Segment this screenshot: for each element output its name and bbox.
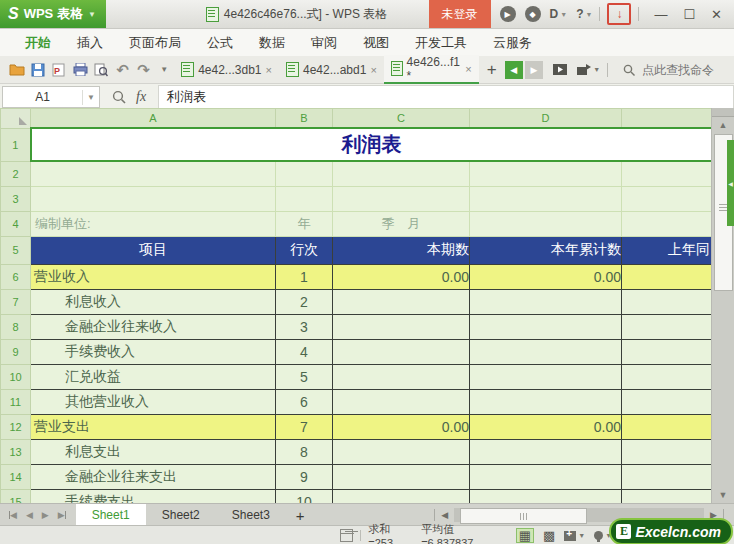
column-header-e[interactable] <box>622 109 713 129</box>
scroll-left-icon[interactable]: ◀ <box>441 510 448 520</box>
prev-tab-button[interactable]: ◀ <box>505 61 523 79</box>
menu-item-7[interactable]: 开发工具 <box>402 29 480 56</box>
cell-C5[interactable]: 本期数 <box>333 236 470 264</box>
row-header-14[interactable]: 14 <box>1 464 31 489</box>
cell-C3[interactable] <box>333 186 470 211</box>
cell-B2[interactable] <box>276 161 333 186</box>
cell-D12[interactable]: 0.00 <box>470 414 622 439</box>
cell-D13[interactable] <box>470 439 622 464</box>
cell-D15[interactable] <box>470 489 622 503</box>
cell-C9[interactable] <box>333 339 470 364</box>
page-break-view-button[interactable]: ▩ <box>543 529 555 542</box>
sheet-tab-sheet3[interactable]: Sheet3 <box>216 504 286 526</box>
scroll-down-icon[interactable]: ▼ <box>712 487 734 503</box>
download-icon[interactable]: ↓ <box>607 3 631 25</box>
row-header-5[interactable]: 5 <box>1 236 31 264</box>
maximize-button[interactable]: ☐ <box>683 7 695 22</box>
cell-A14[interactable]: 金融企业往来支出 <box>31 464 276 489</box>
scroll-up-icon[interactable]: ▲ <box>712 117 734 133</box>
column-header-A[interactable]: A <box>31 109 276 129</box>
selection-stats-icon[interactable] <box>340 529 353 542</box>
next-tab-button[interactable]: ▶ <box>525 61 543 79</box>
name-box[interactable]: A1 ▼ <box>2 86 100 108</box>
cell-C14[interactable] <box>333 464 470 489</box>
play-icon[interactable]: ▶ <box>500 6 516 22</box>
cell-D9[interactable] <box>470 339 622 364</box>
cell-C6[interactable]: 0.00 <box>333 264 470 289</box>
page-layout-button[interactable]: ▼ <box>564 531 585 541</box>
find-command-box[interactable] <box>623 62 734 78</box>
cell-A6[interactable]: 营业收入 <box>31 264 276 289</box>
last-sheet-button[interactable]: ▶ <box>58 510 66 520</box>
help-icon[interactable]: ?▼ <box>576 7 592 21</box>
cell-E8[interactable] <box>622 314 713 339</box>
cell-B3[interactable] <box>276 186 333 211</box>
row-header-15[interactable]: 15 <box>1 489 31 503</box>
cell-C11[interactable] <box>333 389 470 414</box>
formula-input[interactable]: 利润表 <box>158 85 734 109</box>
cell-D7[interactable] <box>470 289 622 314</box>
toolbar-more-icon[interactable]: ▼ <box>160 65 168 74</box>
cell-E6[interactable] <box>622 264 713 289</box>
cell-E5[interactable]: 上年同 <box>622 236 713 264</box>
cell-D2[interactable] <box>470 161 622 186</box>
close-tab-icon[interactable]: × <box>370 64 376 76</box>
cell-A2[interactable] <box>31 161 276 186</box>
gem-icon[interactable]: ◆ <box>525 6 541 22</box>
row-header-6[interactable]: 6 <box>1 264 31 289</box>
minimize-button[interactable]: — <box>654 7 667 22</box>
next-sheet-button[interactable]: ▶ <box>42 510 49 520</box>
cell-E11[interactable] <box>622 389 713 414</box>
cell-B12[interactable]: 7 <box>276 414 333 439</box>
sheet-tab-sheet1[interactable]: Sheet1 <box>76 504 146 526</box>
add-sheet-button[interactable]: + <box>286 507 315 524</box>
cell-C8[interactable] <box>333 314 470 339</box>
cell-E9[interactable] <box>622 339 713 364</box>
menu-item-6[interactable]: 视图 <box>350 29 402 56</box>
cell-D3[interactable] <box>470 186 622 211</box>
row-header-4[interactable]: 4 <box>1 211 31 236</box>
cell-A13[interactable]: 利息支出 <box>31 439 276 464</box>
cell-D6[interactable]: 0.00 <box>470 264 622 289</box>
cell-B14[interactable]: 9 <box>276 464 333 489</box>
cell-B15[interactable]: 10 <box>276 489 333 503</box>
doc-tab[interactable]: 4e42...abd1× <box>279 56 384 83</box>
cell-B11[interactable]: 6 <box>276 389 333 414</box>
column-header-D[interactable]: D <box>470 109 622 129</box>
chevron-down-icon[interactable]: ▼ <box>82 90 99 105</box>
cell-D10[interactable] <box>470 364 622 389</box>
cell-C15[interactable] <box>333 489 470 503</box>
menu-item-3[interactable]: 公式 <box>194 29 246 56</box>
cell-D11[interactable] <box>470 389 622 414</box>
menu-item-2[interactable]: 页面布局 <box>116 29 194 56</box>
cell-A9[interactable]: 手续费收入 <box>31 339 276 364</box>
wps-app-menu-button[interactable]: S WPS 表格 ▼ <box>0 0 106 28</box>
select-all-corner[interactable] <box>1 109 31 129</box>
redo-icon[interactable]: ↷ <box>133 59 154 81</box>
cell-B8[interactable]: 3 <box>276 314 333 339</box>
cell-A15[interactable]: 手续费支出 <box>31 489 276 503</box>
skin-menu-icon[interactable]: D▼ <box>550 7 568 21</box>
cell-E2[interactable] <box>622 161 713 186</box>
cell-A4[interactable]: 编制单位: <box>31 211 276 236</box>
cell-D5[interactable]: 本年累计数 <box>470 236 622 264</box>
print-preview-icon[interactable] <box>91 59 112 81</box>
undo-icon[interactable]: ↶ <box>112 59 133 81</box>
menu-item-0[interactable]: 开始 <box>12 29 64 56</box>
cell-E4[interactable] <box>622 211 713 236</box>
close-tab-icon[interactable]: × <box>266 64 272 76</box>
magnifier-icon[interactable] <box>112 90 126 104</box>
prev-sheet-button[interactable]: ◀ <box>26 510 33 520</box>
cell-D14[interactable] <box>470 464 622 489</box>
cell-E14[interactable] <box>622 464 713 489</box>
find-command-input[interactable] <box>640 62 734 78</box>
cell-C2[interactable] <box>333 161 470 186</box>
cell-E7[interactable] <box>622 289 713 314</box>
cell-E15[interactable] <box>622 489 713 503</box>
row-header-7[interactable]: 7 <box>1 289 31 314</box>
cell-C13[interactable] <box>333 439 470 464</box>
row-header-1[interactable]: 1 <box>1 128 31 161</box>
cell-A8[interactable]: 金融企业往来收入 <box>31 314 276 339</box>
menu-item-1[interactable]: 插入 <box>64 29 116 56</box>
cell-B7[interactable]: 2 <box>276 289 333 314</box>
